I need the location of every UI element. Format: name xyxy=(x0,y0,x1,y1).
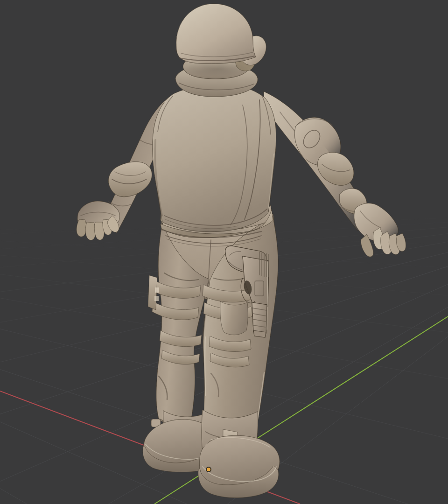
viewport-canvas[interactable] xyxy=(0,0,448,504)
tactical-vest xyxy=(153,84,276,232)
torso xyxy=(153,84,276,238)
thigh-pouch xyxy=(220,301,248,335)
origin-marker xyxy=(206,467,211,472)
scene-svg[interactable] xyxy=(0,0,448,504)
